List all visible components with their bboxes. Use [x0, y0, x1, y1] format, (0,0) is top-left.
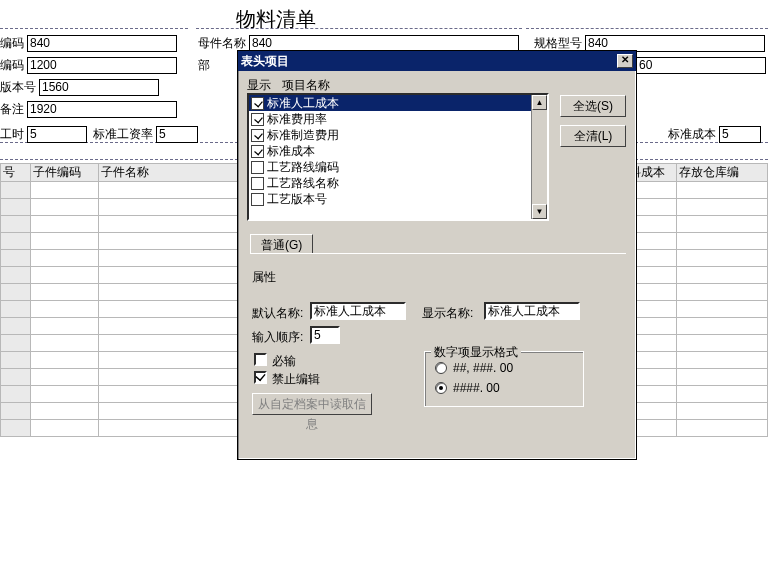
std-rate-label: 标准工资率	[93, 126, 153, 143]
show-checkbox[interactable]	[251, 177, 264, 190]
version-input[interactable]	[39, 79, 159, 96]
default-name-label: 默认名称:	[252, 305, 303, 322]
clear-all-button[interactable]: 全清(L)	[560, 125, 626, 147]
list-item-label: 工艺版本号	[267, 191, 327, 208]
readonly-label: 禁止编辑	[272, 371, 320, 388]
hours-input[interactable]	[27, 126, 87, 143]
spec-label: 规格型号	[534, 35, 582, 52]
show-checkbox[interactable]	[251, 193, 264, 206]
col-warehouse[interactable]: 存放仓库编	[677, 164, 768, 182]
read-archive-button[interactable]: 从自定档案中读取信息	[252, 393, 372, 415]
dept-code-label: 编码	[0, 57, 24, 74]
items-listbox[interactable]: 标准人工成本标准费用率标准制造费用标准成本工艺路线编码工艺路线名称工艺版本号 ▲…	[247, 93, 549, 221]
display-name-label: 显示名称:	[422, 305, 473, 322]
tab-general[interactable]: 普通(G)	[250, 234, 313, 254]
format2-radio[interactable]	[435, 382, 447, 394]
format1-radio[interactable]	[435, 362, 447, 374]
list-item[interactable]: 标准制造费用	[249, 127, 547, 143]
list-item[interactable]: 工艺版本号	[249, 191, 547, 207]
dept2-input[interactable]	[636, 57, 766, 74]
show-checkbox[interactable]	[251, 129, 264, 142]
select-all-button[interactable]: 全选(S)	[560, 95, 626, 117]
list-item[interactable]: 标准费用率	[249, 111, 547, 127]
code-input[interactable]	[27, 35, 177, 52]
required-label: 必输	[272, 353, 296, 370]
col-index[interactable]: 号	[1, 164, 31, 182]
header-items-dialog: 表头项目 ✕ 显示 项目名称 标准人工成本标准费用率标准制造费用标准成本工艺路线…	[237, 50, 637, 460]
spec-input[interactable]	[585, 35, 765, 52]
list-item-label: 工艺路线名称	[267, 175, 339, 192]
list-item[interactable]: 工艺路线编码	[249, 159, 547, 175]
default-name-input[interactable]	[310, 302, 406, 320]
number-format-label: 数字项显示格式	[431, 344, 521, 361]
list-item-label: 标准成本	[267, 143, 315, 160]
show-checkbox[interactable]	[251, 97, 264, 110]
list-item[interactable]: 工艺路线名称	[249, 175, 547, 191]
divider	[196, 28, 522, 29]
version-label: 版本号	[0, 79, 36, 96]
order-label: 输入顺序:	[252, 329, 303, 346]
list-item-label: 标准制造费用	[267, 127, 339, 144]
remark-input[interactable]	[27, 101, 177, 118]
parent-name-input[interactable]	[249, 35, 519, 52]
dept-code-input[interactable]	[27, 57, 177, 74]
list-item-label: 标准人工成本	[267, 95, 339, 112]
remark-label: 备注	[0, 101, 24, 118]
parent-name-label: 母件名称	[198, 35, 246, 52]
show-checkbox[interactable]	[251, 161, 264, 174]
list-header: 显示 项目名称	[247, 77, 330, 94]
display-name-input[interactable]	[484, 302, 580, 320]
std-rate-input[interactable]	[156, 126, 198, 143]
show-checkbox[interactable]	[251, 145, 264, 158]
col-child-code[interactable]: 子件编码	[31, 164, 99, 182]
divider	[0, 28, 188, 29]
readonly-checkbox[interactable]	[254, 371, 267, 384]
dialog-title: 表头项目	[241, 53, 289, 70]
order-input[interactable]	[310, 326, 340, 344]
list-item-label: 标准费用率	[267, 111, 327, 128]
format1-label: ##, ###. 00	[453, 361, 513, 375]
scrollbar-vertical[interactable]: ▲ ▼	[531, 95, 547, 219]
close-icon[interactable]: ✕	[617, 54, 633, 68]
number-format-fieldset: 数字项显示格式 ##, ###. 00 ####. 00	[424, 351, 584, 407]
scroll-down-icon[interactable]: ▼	[532, 204, 547, 219]
hours-label: 工时	[0, 126, 24, 143]
format2-label: ####. 00	[453, 381, 500, 395]
std-cost-label: 标准成本	[668, 126, 716, 143]
divider	[526, 28, 768, 29]
code-label: 编码	[0, 35, 24, 52]
dialog-titlebar[interactable]: 表头项目 ✕	[238, 51, 636, 71]
required-checkbox[interactable]	[254, 353, 267, 366]
list-col-name: 项目名称	[282, 77, 330, 94]
list-item[interactable]: 标准人工成本	[249, 95, 547, 111]
tab-underline	[250, 253, 626, 254]
list-item[interactable]: 标准成本	[249, 143, 547, 159]
show-checkbox[interactable]	[251, 113, 264, 126]
scroll-up-icon[interactable]: ▲	[532, 95, 547, 110]
std-cost-input[interactable]	[719, 126, 761, 143]
attr-group-label: 属性	[252, 269, 276, 286]
list-col-show: 显示	[247, 77, 282, 94]
list-item-label: 工艺路线编码	[267, 159, 339, 176]
partial-label: 部	[198, 57, 210, 74]
